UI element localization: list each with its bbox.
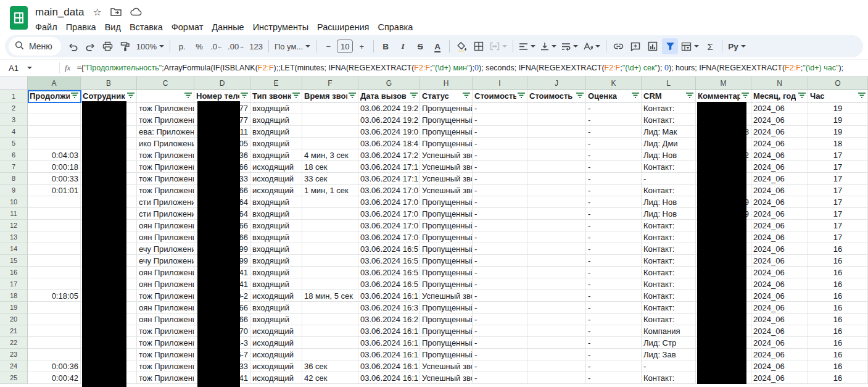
cell-A18[interactable]: 0:18:05 [28, 290, 81, 302]
cell-N6[interactable]: 2024_06 [751, 149, 808, 161]
cell-O23[interactable]: 16 [808, 349, 868, 360]
row-header-16[interactable]: 16 [0, 267, 28, 278]
cell-J16[interactable] [527, 267, 586, 278]
name-box[interactable]: A1 [0, 64, 54, 73]
cell-O13[interactable]: 17 [808, 231, 868, 243]
cell-L7[interactable]: Контакт: [642, 161, 696, 173]
cell-A3[interactable] [28, 114, 81, 126]
cell-J4[interactable] [527, 126, 586, 138]
create-filter-button[interactable] [662, 38, 678, 54]
cell-N20[interactable]: 2024_06 [751, 314, 808, 325]
cell-C3[interactable]: тож Приложение: UI [137, 114, 194, 126]
cell-F5[interactable] [302, 138, 358, 149]
menu-item-5[interactable]: Данные [207, 21, 248, 33]
vertical-align-button[interactable] [539, 38, 558, 54]
cell-I9[interactable]: - [473, 185, 527, 196]
cell-H8[interactable]: Успешный звон [420, 173, 473, 185]
zoom-select[interactable]: 100% [134, 38, 166, 54]
cell-E4[interactable]: входящий [250, 126, 302, 138]
cell-J8[interactable] [527, 173, 586, 185]
header-cell-O1[interactable]: Час [808, 90, 868, 102]
cell-J15[interactable] [527, 255, 586, 267]
cell-L12[interactable]: Контакт: [642, 220, 696, 231]
borders-button[interactable] [471, 38, 487, 54]
cell-N15[interactable]: 2024_06 [751, 255, 808, 267]
cell-N18[interactable]: 2024_06 [751, 290, 808, 302]
cell-C14[interactable]: ечу Приложение: UI [137, 243, 194, 255]
cell-O12[interactable]: 17 [808, 220, 868, 231]
cell-H17[interactable]: Пропущенный з [420, 278, 473, 290]
cell-G14[interactable]: 03.06.2024 16:5 [358, 243, 420, 255]
row-header-1[interactable]: 1 [0, 90, 28, 102]
cell-I19[interactable]: - [473, 302, 527, 314]
merge-cells-button[interactable] [488, 38, 509, 54]
cell-F24[interactable]: 36 сек [302, 360, 358, 372]
cell-E15[interactable]: входящий [250, 255, 302, 267]
cell-K15[interactable]: - [586, 255, 642, 267]
cell-N11[interactable]: 2024_06 [751, 208, 808, 220]
cell-K4[interactable]: - [586, 126, 642, 138]
cell-H22[interactable]: Пропущенный з [420, 337, 473, 349]
cell-K6[interactable]: - [586, 149, 642, 161]
cell-N16[interactable]: 2024_06 [751, 267, 808, 278]
cell-A12[interactable] [28, 220, 81, 231]
cell-O8[interactable]: 17 [808, 173, 868, 185]
menu-item-3[interactable]: Вставка [125, 21, 167, 33]
decrease-decimals-button[interactable]: .0← [209, 38, 225, 54]
filter-icon[interactable] [632, 91, 639, 101]
header-cell-F1[interactable]: Время звон [302, 90, 358, 102]
cell-L25[interactable]: Контакт: [642, 372, 696, 384]
cell-C17[interactable]: оян Приложение: UI [137, 278, 194, 290]
column-header-H[interactable]: H [420, 77, 473, 90]
insert-chart-button[interactable] [645, 38, 661, 54]
more-formats-button[interactable]: 123 [247, 38, 265, 54]
font-size-input[interactable]: 10 [337, 40, 353, 53]
filter-views-button[interactable] [679, 38, 701, 54]
cell-J18[interactable] [527, 290, 586, 302]
column-header-F[interactable]: F [302, 77, 358, 90]
cell-E14[interactable]: входящий [250, 243, 302, 255]
cell-N25[interactable]: 2024_06 [751, 372, 808, 384]
cell-G19[interactable]: 03.06.2024 16:3 [358, 302, 420, 314]
cell-N3[interactable]: 2024_06 [751, 114, 808, 126]
cell-I21[interactable]: - [473, 325, 527, 337]
cell-K3[interactable]: - [586, 114, 642, 126]
text-rotation-button[interactable] [581, 38, 602, 54]
cell-A15[interactable] [28, 255, 81, 267]
cell-C20[interactable]: оян Приложение: UI [137, 314, 194, 325]
cell-A21[interactable] [28, 325, 81, 337]
cell-O22[interactable]: 16 [808, 337, 868, 349]
row-header-14[interactable]: 14 [0, 243, 28, 255]
cell-A16[interactable] [28, 267, 81, 278]
cell-L3[interactable]: Контакт: [642, 114, 696, 126]
cell-G23[interactable]: 03.06.2024 16:1 [358, 349, 420, 360]
cell-C18[interactable]: тож Приложение: UI [137, 290, 194, 302]
header-cell-L1[interactable]: CRM [642, 90, 696, 102]
cell-G15[interactable]: 03.06.2024 16:5 [358, 255, 420, 267]
cell-E21[interactable]: исходящий [250, 325, 302, 337]
cell-K7[interactable]: - [586, 161, 642, 173]
cell-F20[interactable] [302, 314, 358, 325]
cell-G5[interactable]: 03.06.2024 18:4 [358, 138, 420, 149]
header-cell-I1[interactable]: Стоимость [473, 90, 527, 102]
row-header-23[interactable]: 23 [0, 349, 28, 360]
cell-K17[interactable]: - [586, 278, 642, 290]
filter-icon[interactable] [518, 91, 525, 101]
text-color-button[interactable]: A [429, 38, 445, 54]
cell-J3[interactable] [527, 114, 586, 126]
row-header-8[interactable]: 8 [0, 173, 28, 185]
cell-C25[interactable]: тож Приложение: UI [137, 372, 194, 384]
cell-J9[interactable] [527, 185, 586, 196]
cell-O19[interactable]: 16 [808, 302, 868, 314]
cell-A10[interactable] [28, 196, 81, 208]
cell-K13[interactable]: - [586, 231, 642, 243]
cell-G13[interactable]: 03.06.2024 17:0 [358, 231, 420, 243]
cell-O17[interactable]: 16 [808, 278, 868, 290]
cell-L4[interactable]: Лид: Мак [642, 126, 696, 138]
menu-item-4[interactable]: Формат [167, 21, 208, 33]
filter-icon[interactable] [127, 91, 134, 101]
column-header-I[interactable]: I [473, 77, 527, 90]
menu-item-6[interactable]: Инструменты [249, 21, 313, 33]
cell-H9[interactable]: Успешный звон [420, 185, 473, 196]
cell-H13[interactable]: Пропущенный з [420, 231, 473, 243]
